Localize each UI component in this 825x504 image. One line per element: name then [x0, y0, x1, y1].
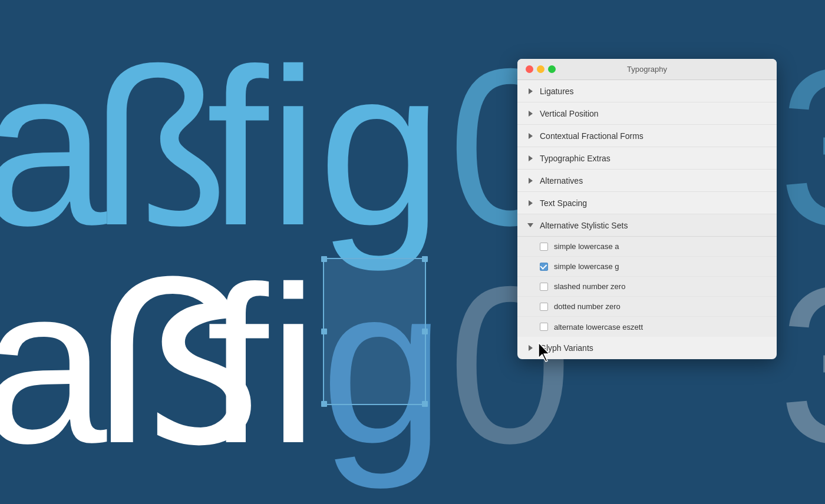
- checkbox-alternate-lowercase-eszett[interactable]: [540, 323, 548, 331]
- panel-title: Typography: [627, 65, 667, 74]
- bg-char-ss-bot: ẞ: [91, 253, 263, 477]
- bg-char-fi-top: fi: [206, 35, 318, 259]
- row-alternative-stylistic-sets[interactable]: Alternative Stylistic Sets: [517, 214, 777, 237]
- bg-char-3-bot: 3: [778, 253, 825, 477]
- row-typographic-extras[interactable]: Typographic Extras: [517, 147, 777, 170]
- arrow-alternatives: [527, 177, 534, 184]
- checkbox-slashed-number-zero[interactable]: [540, 283, 548, 291]
- label-slashed-number-zero: slashed number zero: [554, 282, 625, 291]
- label-alternatives: Alternatives: [540, 176, 583, 185]
- selection-box: [323, 258, 426, 405]
- expanded-alternative-stylistic-sets: Alternative Stylistic Sets simple lowerc…: [517, 214, 777, 337]
- label-contextual-fractional-forms: Contextual Fractional Forms: [540, 131, 644, 141]
- label-text-spacing: Text Spacing: [540, 198, 587, 208]
- handle-top-right[interactable]: [422, 256, 428, 262]
- row-text-spacing[interactable]: Text Spacing: [517, 192, 777, 214]
- bg-char-3-top: 3: [778, 35, 825, 259]
- handle-top-left[interactable]: [321, 256, 327, 262]
- traffic-lights: [526, 65, 556, 73]
- row-vertical-position[interactable]: Vertical Position: [517, 102, 777, 125]
- checkbox-simple-lowercase-g[interactable]: [540, 263, 548, 271]
- checkbox-row-alternate-lowercase-eszett[interactable]: alternate lowercase eszett: [517, 317, 777, 337]
- maximize-button[interactable]: [548, 65, 556, 73]
- arrow-alternative-stylistic-sets: [527, 222, 534, 229]
- handle-mid-left[interactable]: [321, 329, 327, 334]
- handle-mid-right[interactable]: [422, 329, 428, 334]
- bg-char-fi-bot: fi: [206, 253, 318, 477]
- row-glyph-variants[interactable]: Glyph Variants: [517, 337, 777, 359]
- label-glyph-variants: Glyph Variants: [540, 343, 593, 353]
- checkbox-row-dotted-number-zero[interactable]: dotted number zero: [517, 297, 777, 317]
- checkbox-dotted-number-zero[interactable]: [540, 303, 548, 311]
- label-alternative-stylistic-sets: Alternative Stylistic Sets: [540, 221, 628, 230]
- checkbox-simple-lowercase-a[interactable]: [540, 243, 548, 251]
- label-simple-lowercase-a: simple lowercase a: [554, 242, 619, 251]
- bg-char-a-top: a: [0, 35, 107, 259]
- checkbox-row-simple-lowercase-a[interactable]: simple lowercase a: [517, 237, 777, 257]
- close-button[interactable]: [526, 65, 533, 73]
- handle-bottom-right[interactable]: [422, 401, 428, 407]
- handle-bottom-left[interactable]: [321, 401, 327, 407]
- arrow-typographic-extras: [527, 155, 534, 162]
- arrow-glyph-variants: [527, 344, 534, 352]
- label-ligatures: Ligatures: [540, 87, 574, 96]
- row-alternatives[interactable]: Alternatives: [517, 170, 777, 192]
- arrow-vertical-position: [527, 110, 534, 117]
- panel-titlebar: Typography: [517, 59, 777, 80]
- label-simple-lowercase-g: simple lowercase g: [554, 262, 619, 271]
- bg-char-a-bot: a: [0, 253, 107, 477]
- row-ligatures[interactable]: Ligatures: [517, 80, 777, 102]
- arrow-ligatures: [527, 88, 534, 95]
- bg-char-ss-top: ß: [91, 35, 228, 259]
- arrow-text-spacing: [527, 200, 534, 207]
- checkbox-row-simple-lowercase-g[interactable]: simple lowercase g: [517, 257, 777, 277]
- checkbox-row-slashed-number-zero[interactable]: slashed number zero: [517, 277, 777, 297]
- minimize-button[interactable]: [537, 65, 544, 73]
- label-alternate-lowercase-eszett: alternate lowercase eszett: [554, 323, 643, 331]
- arrow-contextual-fractional-forms: [527, 132, 534, 140]
- bg-char-g-top: g: [318, 35, 443, 259]
- row-contextual-fractional-forms[interactable]: Contextual Fractional Forms: [517, 125, 777, 147]
- label-typographic-extras: Typographic Extras: [540, 154, 610, 163]
- label-dotted-number-zero: dotted number zero: [554, 302, 621, 311]
- label-vertical-position: Vertical Position: [540, 109, 599, 118]
- typography-panel: Typography Ligatures Vertical Position C…: [517, 59, 777, 359]
